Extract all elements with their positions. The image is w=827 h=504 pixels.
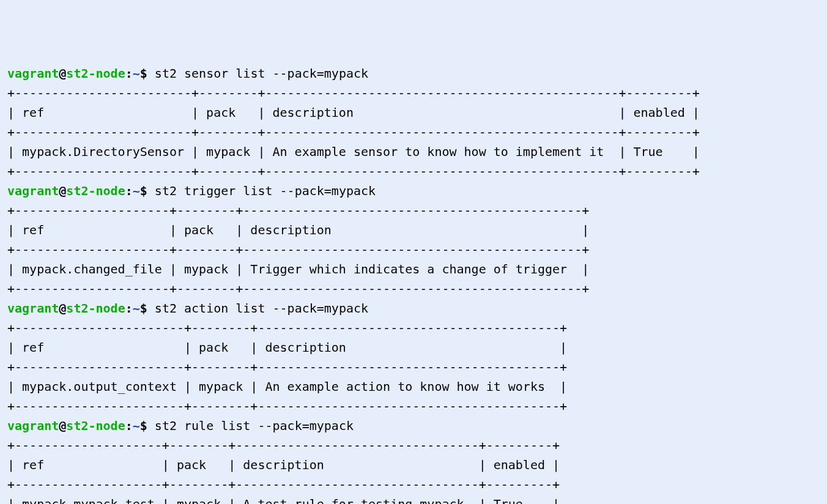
prompt-host: st2-node [66,418,125,433]
action-table-row: | mypack.output_context | mypack | An ex… [7,379,567,394]
rule-table-border: +--------------------+--------+---------… [7,477,560,492]
sensor-table-border: +------------------------+--------+-----… [7,86,700,100]
prompt-colon: : [125,301,133,316]
prompt-colon: : [125,418,133,433]
prompt-user: vagrant [7,66,59,81]
prompt-symbol: $ [140,183,147,198]
action-table-border: +-----------------------+--------+------… [7,321,567,335]
prompt-symbol: $ [140,301,147,316]
trigger-table-header: | ref | pack | description | [7,223,589,237]
rule-table-row: | mypack.mypack_test | mypack | A test r… [7,497,560,504]
prompt-colon: : [125,66,133,81]
prompt-symbol: $ [140,66,147,81]
prompt-colon: : [125,183,133,198]
prompt-cwd: ~ [133,301,140,316]
action-table-border: +-----------------------+--------+------… [7,399,567,413]
prompt-host: st2-node [66,183,125,198]
prompt-user: vagrant [7,418,59,433]
prompt-user: vagrant [7,183,59,198]
prompt-symbol: $ [140,418,147,433]
prompt-cwd: ~ [133,183,140,198]
prompt-at: @ [59,301,66,316]
command-sensor: st2 sensor list --pack=mypack [155,66,368,81]
sensor-table-border: +------------------------+--------+-----… [7,164,700,179]
command-rule: st2 rule list --pack=mypack [155,418,354,433]
trigger-table-border: +---------------------+--------+--------… [7,281,589,296]
sensor-table-header: | ref | pack | description | enabled | [7,105,700,120]
sensor-table-border: +------------------------+--------+-----… [7,125,700,139]
prompt-user: vagrant [7,301,59,316]
command-action: st2 action list --pack=mypack [155,301,368,316]
sensor-table-row: | mypack.DirectorySensor | mypack | An e… [7,144,700,159]
command-trigger: st2 trigger list --pack=mypack [155,183,376,198]
trigger-table-row: | mypack.changed_file | mypack | Trigger… [7,262,589,276]
prompt-host: st2-node [66,66,125,81]
rule-table-header: | ref | pack | description | enabled | [7,458,560,472]
prompt-at: @ [59,183,66,198]
prompt-at: @ [59,418,66,433]
terminal-output[interactable]: vagrant@st2-node:~$ st2 sensor list --pa… [7,64,820,504]
trigger-table-border: +---------------------+--------+--------… [7,242,589,257]
prompt-at: @ [59,66,66,81]
trigger-table-border: +---------------------+--------+--------… [7,203,589,218]
action-table-border: +-----------------------+--------+------… [7,360,567,374]
prompt-cwd: ~ [133,66,140,81]
action-table-header: | ref | pack | description | [7,340,567,355]
rule-table-border: +--------------------+--------+---------… [7,438,560,453]
prompt-cwd: ~ [133,418,140,433]
prompt-host: st2-node [66,301,125,316]
